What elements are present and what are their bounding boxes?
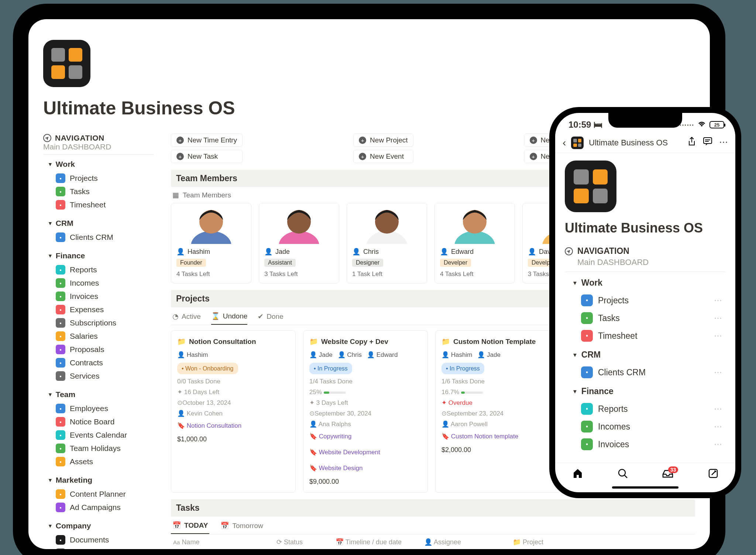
more-icon[interactable]: ⋯: [719, 137, 728, 149]
task-tab-tomorrow[interactable]: 📅Tomorrow: [219, 517, 264, 534]
tab-inbox[interactable]: 33: [662, 469, 674, 481]
sidebar-item-subscriptions[interactable]: ▪Subscriptions: [43, 316, 154, 330]
sidebar-item-documents[interactable]: ▪Documents: [43, 533, 154, 547]
ph-item-timesheet[interactable]: ▪Timesheet⋯: [565, 327, 726, 345]
task-tab-today[interactable]: 📅TODAY: [171, 517, 209, 534]
ph-item-icon: ▪: [581, 312, 593, 324]
nav-item-icon: ▪: [56, 292, 65, 301]
sidebar-item-employees[interactable]: ▪Employees: [43, 402, 154, 415]
sidebar-item-content planner[interactable]: ▪Content Planner: [43, 487, 154, 501]
sidebar: NAVIGATION Main DASHBOARD ▼Work▪Projects…: [43, 134, 154, 549]
phone-nav-heading: NAVIGATION: [565, 246, 726, 256]
project-card[interactable]: 📁Notion Consultation 👤 Hashim • Won - On…: [171, 330, 296, 493]
project-tab-undone[interactable]: ⌛Undone: [211, 308, 248, 325]
nav-item-label: Content Planner: [70, 490, 126, 499]
sidebar-item-salaries[interactable]: ▪Salaries: [43, 330, 154, 343]
days-left: ✦ 3 Days Left: [309, 398, 422, 409]
sidebar-item-expenses[interactable]: ▪Expenses: [43, 303, 154, 316]
phone-screen: 10:59 🛏 ⋯⋯ 25 ‹ Ultimate Business OS: [555, 113, 735, 492]
back-button[interactable]: ‹: [563, 137, 566, 149]
sidebar-item-incomes[interactable]: ▪Incomes: [43, 276, 154, 290]
col-project: Project: [523, 538, 543, 546]
svg-point-3: [287, 210, 311, 234]
ph-group-work[interactable]: ▼Work: [572, 278, 726, 288]
ph-item-invoices[interactable]: ▪Invoices⋯: [565, 435, 726, 453]
nav-item-label: Employees: [70, 404, 108, 413]
nav-group-marketing[interactable]: ▼Marketing: [48, 476, 154, 485]
ph-item-incomes[interactable]: ▪Incomes⋯: [565, 418, 726, 435]
share-icon[interactable]: [687, 137, 696, 149]
sidebar-item-notice board[interactable]: ▪Notice Board: [43, 415, 154, 428]
project-price: $2,000.00: [441, 444, 554, 456]
nav-item-icon: ▪: [56, 318, 65, 328]
nav-group-label: Marketing: [56, 476, 92, 485]
ph-item-tasks[interactable]: ▪Tasks⋯: [565, 309, 726, 327]
more-icon[interactable]: ⋯: [714, 404, 722, 414]
sidebar-item-contracts[interactable]: ▪Contracts: [43, 356, 154, 369]
nav-group-crm[interactable]: ▼CRM: [48, 219, 154, 228]
sidebar-item-ad campaigns[interactable]: ▪Ad Campaigns: [43, 501, 154, 514]
nav-item-icon: ▪: [56, 187, 65, 196]
ph-item-icon: ▪: [581, 330, 593, 342]
project-date: ⊙September 23, 2024: [441, 409, 554, 419]
ph-item-clients crm[interactable]: ▪Clients CRM⋯: [565, 363, 726, 381]
sidebar-item-timesheet[interactable]: ▪Timesheet: [43, 198, 154, 211]
battery-icon: 25: [709, 121, 724, 128]
tab-search[interactable]: [618, 468, 628, 481]
project-tab-done[interactable]: ✔Done: [258, 308, 283, 325]
nav-group-work[interactable]: ▼Work: [48, 160, 154, 169]
tab-home[interactable]: [572, 468, 583, 481]
ph-group-crm[interactable]: ▼CRM: [572, 350, 726, 360]
progress: 16.7%: [441, 387, 554, 398]
nav-group-label: Company: [56, 521, 91, 530]
caret-down-icon: ▼: [48, 392, 53, 397]
sidebar-item-proposals[interactable]: ▪Proposals: [43, 343, 154, 356]
svg-point-1: [199, 210, 223, 234]
tab-label: Done: [267, 313, 283, 321]
more-icon[interactable]: ⋯: [714, 439, 722, 449]
sidebar-item-clients crm[interactable]: ▪Clients CRM: [43, 231, 154, 244]
project-card[interactable]: 📁Website Copy + Dev 👤 Jade👤 Chris👤 Edwar…: [303, 330, 428, 493]
ph-item-reports[interactable]: ▪Reports⋯: [565, 400, 726, 418]
sidebar-item-invoices[interactable]: ▪Invoices: [43, 290, 154, 303]
sidebar-item-team holidays[interactable]: ▪Team Holidays: [43, 442, 154, 455]
person-icon: 👤: [176, 248, 185, 256]
more-icon[interactable]: ⋯: [714, 422, 722, 431]
quick-new time entry[interactable]: +New Time Entry: [171, 134, 243, 147]
sidebar-item-reports[interactable]: ▪Reports: [43, 263, 154, 276]
wifi-icon: [698, 121, 706, 129]
tab-compose[interactable]: [708, 468, 718, 481]
more-icon[interactable]: ⋯: [714, 331, 722, 341]
quick-new event[interactable]: +New Event: [353, 150, 413, 163]
team-card-edward[interactable]: 👤Edward Develper 4 Tasks Left: [434, 203, 515, 283]
quick-new task[interactable]: +New Task: [171, 150, 243, 163]
more-icon[interactable]: ⋯: [714, 296, 722, 305]
project-card[interactable]: 📁Custom Notion Template 👤 Hashim👤 Jade •…: [435, 330, 560, 493]
project-tab-active[interactable]: ◔Active: [172, 308, 201, 325]
ph-group-finance[interactable]: ▼Finance: [572, 386, 726, 396]
phone-nav-heading-text: NAVIGATION: [577, 246, 629, 256]
nav-item-label: Notice Board: [70, 417, 114, 426]
sidebar-item-notes & resources[interactable]: ▪Notes & Resources: [43, 547, 154, 549]
team-card-jade[interactable]: 👤Jade Assistant 3 Tasks Left: [259, 203, 339, 283]
nav-item-icon: ▪: [56, 265, 65, 275]
phone-app-icon: [565, 161, 616, 212]
team-card-chris[interactable]: 👤Chris Designer 1 Task Left: [347, 203, 427, 283]
sidebar-item-tasks[interactable]: ▪Tasks: [43, 185, 154, 198]
sidebar-item-services[interactable]: ▪Services: [43, 369, 154, 383]
nav-group-team[interactable]: ▼Team: [48, 390, 154, 399]
phone-header-title: Ultimate Business OS: [589, 138, 682, 148]
ph-item-projects[interactable]: ▪Projects⋯: [565, 292, 726, 309]
sidebar-item-projects[interactable]: ▪Projects: [43, 172, 154, 185]
nav-group-finance[interactable]: ▼Finance: [48, 251, 154, 260]
quick-new project[interactable]: +New Project: [353, 134, 413, 147]
comment-icon[interactable]: [703, 137, 712, 149]
more-icon[interactable]: ⋯: [714, 313, 722, 323]
sidebar-item-events calendar[interactable]: ▪Events Calendar: [43, 428, 154, 442]
team-card-hashim[interactable]: 👤Hashim Founder 4 Tasks Left: [171, 203, 251, 283]
more-icon[interactable]: ⋯: [714, 368, 722, 377]
nav-heading: NAVIGATION: [43, 134, 154, 142]
nav-item-icon: ▪: [56, 345, 65, 354]
sidebar-item-assets[interactable]: ▪Assets: [43, 455, 154, 468]
nav-group-company[interactable]: ▼Company: [48, 521, 154, 530]
